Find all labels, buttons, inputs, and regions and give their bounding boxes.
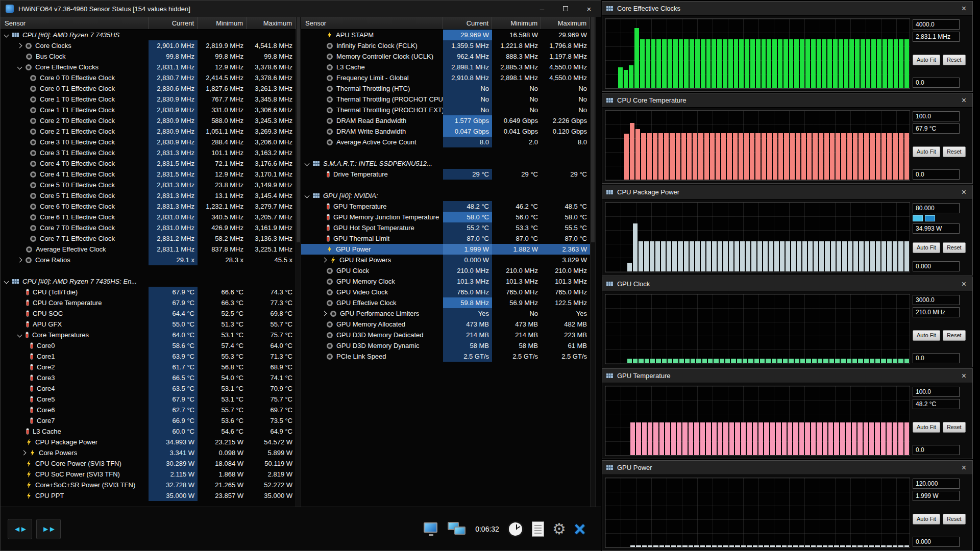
- sensor-row[interactable]: GPU Memory Allocated473 MB473 MB482 MB: [301, 319, 590, 330]
- sensor-row[interactable]: Core 5 T1 Effective Clock2,831.3 MHz13.1…: [1, 190, 296, 201]
- scale-max-field[interactable]: 120.000: [913, 479, 960, 489]
- expand-arrow[interactable]: [17, 258, 22, 263]
- sensor-row[interactable]: CPU [#0]: AMD Ryzen 7 7435HS: En...: [1, 276, 296, 287]
- graph-close-button[interactable]: ×: [960, 96, 968, 105]
- remote-monitoring-button[interactable]: [422, 521, 439, 537]
- sensor-row[interactable]: Infinity Fabric Clock (FCLK)1,359.5 MHz1…: [301, 40, 590, 51]
- sensor-row[interactable]: Core 7 T0 Effective Clock2,831.0 MHz426.…: [1, 222, 296, 233]
- scale-min-field[interactable]: 0.000: [913, 537, 960, 547]
- sensor-row[interactable]: GPU Memory Clock101.3 MHz101.3 MHz101.3 …: [301, 276, 590, 287]
- auto-fit-button[interactable]: Auto Fit: [913, 146, 940, 157]
- indicator-square[interactable]: [925, 215, 935, 221]
- auto-fit-button[interactable]: Auto Fit: [913, 55, 940, 65]
- graph-close-button[interactable]: ×: [960, 4, 968, 13]
- sensors-display-button[interactable]: [448, 521, 467, 537]
- col-header-current[interactable]: Current: [443, 17, 492, 29]
- reset-button[interactable]: Reset: [943, 55, 966, 65]
- scale-min-field[interactable]: 0.0: [913, 445, 960, 455]
- expand-arrow[interactable]: [4, 33, 9, 38]
- sensor-row[interactable]: Core163.9 °C55.3 °C71.3 °C: [1, 351, 296, 362]
- sensor-row[interactable]: GPU Effective Clock59.8 MHz56.9 MHz122.5…: [301, 297, 590, 308]
- expand-arrow[interactable]: [305, 161, 310, 166]
- sensor-row[interactable]: GPU Video Clock765.0 MHz765.0 MHz765.0 M…: [301, 287, 590, 297]
- reset-button[interactable]: Reset: [943, 146, 966, 157]
- sensor-row[interactable]: Core662.7 °C55.7 °C69.7 °C: [1, 405, 296, 415]
- sensor-row[interactable]: GPU Hot Spot Temperature55.2 °C53.3 °C55…: [301, 222, 590, 233]
- sensor-row[interactable]: Core 0 T1 Effective Clock2,830.6 MHz1,82…: [1, 83, 296, 94]
- sensor-row[interactable]: Core261.7 °C56.8 °C68.9 °C: [1, 362, 296, 372]
- auto-fit-button[interactable]: Auto Fit: [913, 242, 940, 253]
- sensor-row[interactable]: Core+SoC+SR Power (SVI3 TFN)32.728 W21.2…: [1, 480, 296, 490]
- scale-max-field[interactable]: 100.0: [913, 387, 960, 397]
- expand-arrow[interactable]: [322, 311, 327, 316]
- reset-button[interactable]: Reset: [943, 514, 966, 524]
- sensor-row[interactable]: Core 3 T0 Effective Clock2,830.9 MHz288.…: [1, 137, 296, 147]
- sensor-row[interactable]: APU STAPM29.969 W16.598 W29.969 W: [301, 30, 590, 40]
- graph-titlebar[interactable]: GPU Temperature×: [602, 369, 972, 383]
- expand-arrow[interactable]: [21, 450, 27, 456]
- scale-max-field[interactable]: 100.0: [913, 111, 960, 121]
- sensor-row[interactable]: CPU Core Power (SVI3 TFN)30.289 W18.084 …: [1, 458, 296, 469]
- sensor-row[interactable]: DRAM Read Bandwidth1.577 Gbps0.649 Gbps2…: [301, 115, 590, 126]
- report-button[interactable]: [532, 521, 544, 537]
- sensor-row[interactable]: Core Ratios29.1 x28.3 x45.5 x: [1, 255, 296, 265]
- reset-button[interactable]: Reset: [943, 330, 966, 341]
- sensor-row[interactable]: Core Effective Clocks2,831.1 MHz12.9 MHz…: [1, 62, 296, 72]
- sensor-row[interactable]: GPU D3D Memory Dedicated214 MB214 MB223 …: [301, 330, 590, 340]
- scrollbar-thumb[interactable]: [591, 17, 595, 242]
- sensor-row[interactable]: Average Effective Clock2,831.1 MHz837.8 …: [1, 244, 296, 255]
- sensor-row[interactable]: Drive Temperature29 °C29 °C29 °C: [301, 169, 590, 180]
- logging-clock-button[interactable]: [507, 521, 524, 537]
- sensor-row[interactable]: Core Clocks2,901.0 MHz2,819.9 MHz4,541.8…: [1, 40, 296, 51]
- expand-arrow[interactable]: [17, 43, 22, 48]
- sensor-row[interactable]: Core 1 T1 Effective Clock2,830.9 MHz331.…: [1, 105, 296, 115]
- sensor-row[interactable]: Bus Clock99.8 MHz99.8 MHz99.8 MHz: [1, 51, 296, 62]
- sensor-row[interactable]: GPU Performance LimitersYesNoYes: [301, 308, 590, 319]
- sensor-row[interactable]: Memory Controller Clock (UCLK)962.4 MHz8…: [301, 51, 590, 62]
- col-header-sensor[interactable]: Sensor: [1, 17, 149, 29]
- sensor-row[interactable]: S.M.A.R.T.: INTEL SSDPEKNU512...: [301, 158, 590, 169]
- sensor-row[interactable]: CPU Package Power34.993 W23.215 W54.572 …: [1, 437, 296, 447]
- sensor-row[interactable]: GPU Memory Junction Temperature58.0 °C56…: [301, 212, 590, 222]
- sensor-row[interactable]: L3 Cache60.0 °C54.6 °C64.9 °C: [1, 426, 296, 437]
- reset-button[interactable]: Reset: [943, 422, 966, 433]
- sensor-row[interactable]: GPU Clock210.0 MHz210.0 MHz210.0 MHz: [301, 265, 590, 276]
- scale-max-field[interactable]: 3000.0: [913, 295, 960, 305]
- sensor-row[interactable]: Core Powers3.341 W0.098 W5.899 W: [1, 447, 296, 458]
- graph-titlebar[interactable]: GPU Clock×: [602, 277, 972, 291]
- titlebar[interactable]: HWiNFO64 v7.36-4960 Sensor Status [154 v…: [1, 1, 601, 17]
- fast-forward-button[interactable]: ►►: [36, 519, 61, 539]
- sensor-row[interactable]: Core766.9 °C53.6 °C73.5 °C: [1, 415, 296, 426]
- sensor-row[interactable]: Core 3 T1 Effective Clock2,831.3 MHz101.…: [1, 147, 296, 158]
- sensor-row[interactable]: GPU Thermal Limit87.0 °C87.0 °C87.0 °C: [301, 233, 590, 244]
- sensor-row[interactable]: CPU SoC Power (SVI3 TFN)2.115 W1.868 W2.…: [1, 469, 296, 480]
- sensor-row[interactable]: Thermal Throttling (PROCHOT CPU)NoNoNo: [301, 94, 590, 105]
- sensor-row[interactable]: L3 Cache2,898.1 MHz2,885.3 MHz4,550.0 MH…: [301, 62, 590, 72]
- expand-arrow[interactable]: [322, 258, 327, 263]
- expand-arrow[interactable]: [305, 193, 310, 198]
- scale-min-field[interactable]: 0.0: [913, 353, 960, 363]
- swap-columns-button[interactable]: ◄►: [8, 519, 32, 539]
- graph-close-button[interactable]: ×: [960, 463, 968, 472]
- minimize-button[interactable]: –: [530, 1, 554, 17]
- reset-button[interactable]: Reset: [943, 242, 966, 253]
- sensor-row[interactable]: Core 1 T0 Effective Clock2,830.9 MHz767.…: [1, 94, 296, 105]
- sensor-row[interactable]: Core 7 T1 Effective Clock2,831.2 MHz58.2…: [1, 233, 296, 244]
- graph-titlebar[interactable]: GPU Power×: [602, 461, 972, 475]
- sensor-row[interactable]: GPU [#0]: NVIDIA:: [301, 190, 590, 201]
- scale-min-field[interactable]: 0.0: [913, 169, 960, 180]
- sensor-row[interactable]: GPU Rail Powers0.000 W3.829 W: [301, 255, 590, 265]
- sensor-row[interactable]: Core 0 T0 Effective Clock2,830.7 MHz2,41…: [1, 72, 296, 83]
- sensor-row[interactable]: CPU PPT35.000 W23.857 W35.000 W: [1, 490, 296, 501]
- exit-button[interactable]: ×: [574, 519, 585, 539]
- sensor-row[interactable]: Core Temperatures64.0 °C53.1 °C75.7 °C: [1, 330, 296, 340]
- scrollbar-thumb[interactable]: [297, 17, 300, 242]
- scale-max-field[interactable]: 4000.0: [913, 19, 960, 30]
- sensor-row[interactable]: Core366.5 °C54.0 °C74.1 °C: [1, 372, 296, 383]
- sensor-row[interactable]: CPU SOC64.4 °C52.5 °C69.8 °C: [1, 308, 296, 319]
- col-header-sensor[interactable]: Sensor: [301, 17, 443, 29]
- col-header-maximum[interactable]: Maximum: [247, 17, 296, 29]
- sensor-row[interactable]: CPU (Tctl/Tdie)67.9 °C66.6 °C74.3 °C: [1, 287, 296, 297]
- settings-button[interactable]: ⚙: [552, 521, 566, 537]
- indicator-square[interactable]: [913, 215, 923, 221]
